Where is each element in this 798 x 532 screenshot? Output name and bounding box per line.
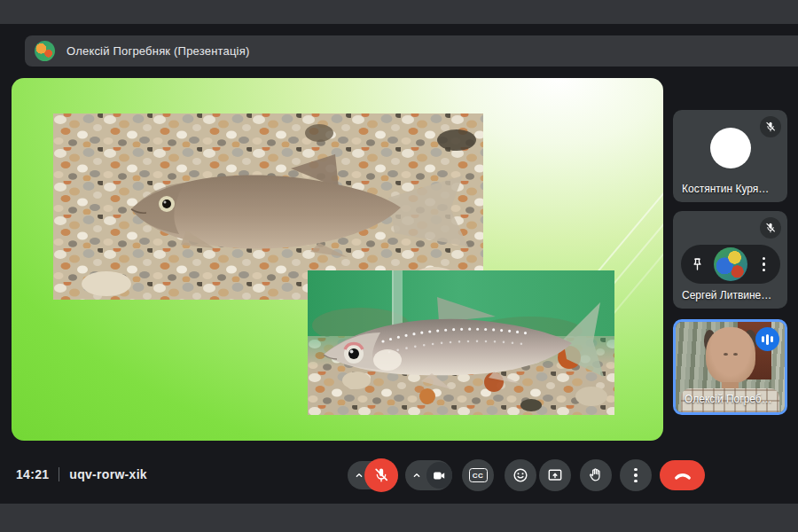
screen-share-stage[interactable] [12, 78, 663, 441]
speaking-indicator-icon [755, 327, 779, 351]
participant-name: Костянтин Куря… [682, 183, 769, 195]
camera-options-pill [405, 460, 452, 490]
participant-name: Олексій Погреб… [685, 393, 772, 405]
presenter-avatar [35, 41, 55, 61]
camera-toggle-button[interactable] [426, 462, 452, 489]
chevron-up-icon [410, 468, 424, 482]
mic-muted-badge [760, 217, 781, 239]
tile-hover-controls [681, 245, 780, 284]
more-vertical-icon [628, 468, 644, 483]
mic-off-icon [372, 466, 390, 484]
pin-icon [689, 256, 706, 273]
presenter-label: Олексій Погребняк (Презентація) [66, 44, 249, 58]
fish-photo-2 [308, 270, 614, 415]
hand-icon [587, 466, 605, 484]
phone-end-icon [673, 466, 692, 485]
meeting-info: 14:21 uqv-rorw-xik [16, 467, 147, 481]
window-chrome-top [0, 0, 798, 24]
slide-photo-fish-aquarium [308, 270, 614, 415]
emoji-icon [512, 466, 529, 484]
present-icon [546, 466, 564, 484]
avatar [714, 247, 747, 281]
end-call-button[interactable] [660, 460, 705, 490]
participant-tile-3-active[interactable]: Олексій Погреб… [673, 319, 787, 415]
mic-off-icon [764, 222, 777, 234]
reactions-button[interactable] [505, 459, 536, 491]
captions-button[interactable]: CC [462, 459, 494, 491]
video-person-head [706, 327, 755, 383]
video-person-eyes [724, 353, 739, 356]
presenter-banner: Олексій Погребняк (Презентація) [25, 35, 798, 66]
window-chrome-bottom [0, 504, 798, 532]
present-button[interactable] [539, 459, 571, 491]
participant-tile-1[interactable]: Костянтин Куря… [673, 110, 787, 202]
camera-options-button[interactable] [409, 467, 425, 483]
participant-tile-2[interactable]: Сергей Литвине… [673, 211, 787, 309]
meet-window: Олексій Погребняк (Презентація) [0, 0, 798, 532]
cc-icon: CC [469, 468, 488, 482]
divider [59, 467, 59, 481]
clock-time: 14:21 [16, 467, 49, 481]
participant-name: Сергей Литвине… [682, 289, 771, 301]
pin-button[interactable] [689, 256, 706, 273]
camera-icon [432, 468, 447, 483]
raise-hand-button[interactable] [580, 459, 612, 491]
tile-more-button[interactable] [756, 257, 772, 272]
avatar [710, 128, 751, 168]
more-options-button[interactable] [620, 459, 652, 491]
mic-muted-badge [760, 116, 781, 137]
mic-toggle-button[interactable] [364, 458, 398, 492]
meeting-code: uqv-rorw-xik [69, 467, 147, 481]
mic-off-icon [764, 121, 777, 133]
